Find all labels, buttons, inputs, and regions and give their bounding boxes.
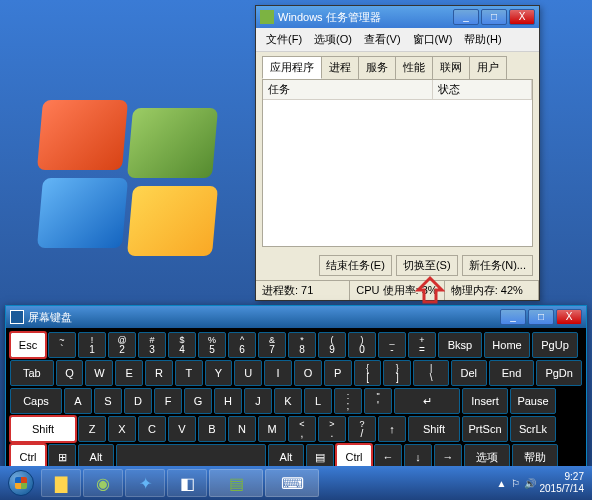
start-button[interactable] xyxy=(2,469,40,497)
tab-processes[interactable]: 进程 xyxy=(321,56,359,79)
key--[interactable]: {[ xyxy=(354,360,382,386)
key-pgdn[interactable]: PgDn xyxy=(536,360,582,386)
menu-file[interactable]: 文件(F) xyxy=(260,30,308,49)
key--[interactable]: :; xyxy=(334,388,362,414)
key-pgup[interactable]: PgUp xyxy=(532,332,578,358)
osk-close-button[interactable]: X xyxy=(556,309,582,325)
key--2[interactable]: @2 xyxy=(108,332,136,358)
tab-performance[interactable]: 性能 xyxy=(395,56,433,79)
key-insert[interactable]: Insert xyxy=(462,388,508,414)
key--[interactable]: |\ xyxy=(413,360,449,386)
key--[interactable]: >. xyxy=(318,416,346,442)
key--[interactable]: ↵ xyxy=(394,388,460,414)
key-tab[interactable]: Tab xyxy=(10,360,54,386)
new-task-button[interactable]: 新任务(N)... xyxy=(462,255,533,276)
key--8[interactable]: *8 xyxy=(288,332,316,358)
key-l[interactable]: L xyxy=(304,388,332,414)
osk-titlebar[interactable]: 屏幕键盘 _ □ X xyxy=(6,306,586,328)
key--6[interactable]: ^6 xyxy=(228,332,256,358)
menu-window[interactable]: 窗口(W) xyxy=(407,30,459,49)
key-w[interactable]: W xyxy=(85,360,113,386)
taskbar-app-1[interactable]: ◉ xyxy=(83,469,123,497)
key-u[interactable]: U xyxy=(234,360,262,386)
close-button[interactable]: X xyxy=(509,9,535,25)
tray-volume-icon[interactable]: 🔊 xyxy=(524,478,536,489)
key-shift[interactable]: Shift xyxy=(408,416,460,442)
key--1[interactable]: !1 xyxy=(78,332,106,358)
key-k[interactable]: K xyxy=(274,388,302,414)
task-list[interactable]: 任务 状态 xyxy=(262,79,533,247)
switch-to-button[interactable]: 切换至(S) xyxy=(396,255,458,276)
key-scrlk[interactable]: ScrLk xyxy=(510,416,556,442)
taskbar-explorer[interactable]: ▇ xyxy=(41,469,81,497)
minimize-button[interactable]: _ xyxy=(453,9,479,25)
key-e[interactable]: E xyxy=(115,360,143,386)
key-p[interactable]: P xyxy=(324,360,352,386)
key-c[interactable]: C xyxy=(138,416,166,442)
end-task-button[interactable]: 结束任务(E) xyxy=(319,255,392,276)
key-q[interactable]: Q xyxy=(56,360,84,386)
key-shift[interactable]: Shift xyxy=(10,416,76,442)
key-y[interactable]: Y xyxy=(205,360,233,386)
clock[interactable]: 9:27 2015/7/14 xyxy=(540,471,585,495)
key--9[interactable]: (9 xyxy=(318,332,346,358)
taskmgr-titlebar[interactable]: Windows 任务管理器 _ □ X xyxy=(256,6,539,28)
key-prtscn[interactable]: PrtScn xyxy=(462,416,508,442)
key-n[interactable]: N xyxy=(228,416,256,442)
tab-networking[interactable]: 联网 xyxy=(432,56,470,79)
taskbar-app-3[interactable]: ◧ xyxy=(167,469,207,497)
key-f[interactable]: F xyxy=(154,388,182,414)
tray-expand-icon[interactable]: ▲ xyxy=(497,478,507,489)
key-a[interactable]: A xyxy=(64,388,92,414)
menu-help[interactable]: 帮助(H) xyxy=(458,30,507,49)
osk-maximize-button[interactable]: □ xyxy=(528,309,554,325)
key-h[interactable]: H xyxy=(214,388,242,414)
key-pause[interactable]: Pause xyxy=(510,388,556,414)
key-b[interactable]: B xyxy=(198,416,226,442)
key-s[interactable]: S xyxy=(94,388,122,414)
key-esc[interactable]: Esc xyxy=(10,332,46,358)
taskbar-taskmgr[interactable]: ▤ xyxy=(209,469,263,497)
key--[interactable]: ?/ xyxy=(348,416,376,442)
key--[interactable]: ↑ xyxy=(378,416,406,442)
key-o[interactable]: O xyxy=(294,360,322,386)
key--5[interactable]: %5 xyxy=(198,332,226,358)
key-caps[interactable]: Caps xyxy=(10,388,62,414)
key-end[interactable]: End xyxy=(489,360,535,386)
key--4[interactable]: $4 xyxy=(168,332,196,358)
menu-options[interactable]: 选项(O) xyxy=(308,30,358,49)
key-v[interactable]: V xyxy=(168,416,196,442)
key--[interactable]: <, xyxy=(288,416,316,442)
taskbar-app-2[interactable]: ✦ xyxy=(125,469,165,497)
key-r[interactable]: R xyxy=(145,360,173,386)
taskbar-osk[interactable]: ⌨ xyxy=(265,469,319,497)
tab-services[interactable]: 服务 xyxy=(358,56,396,79)
tab-users[interactable]: 用户 xyxy=(469,56,507,79)
osk-minimize-button[interactable]: _ xyxy=(500,309,526,325)
tab-applications[interactable]: 应用程序 xyxy=(262,56,322,79)
key-m[interactable]: M xyxy=(258,416,286,442)
col-status[interactable]: 状态 xyxy=(433,80,532,99)
key-d[interactable]: D xyxy=(124,388,152,414)
key-bksp[interactable]: Bksp xyxy=(438,332,482,358)
maximize-button[interactable]: □ xyxy=(481,9,507,25)
menu-view[interactable]: 查看(V) xyxy=(358,30,407,49)
key--[interactable]: "' xyxy=(364,388,392,414)
key--[interactable]: }] xyxy=(383,360,411,386)
key-g[interactable]: G xyxy=(184,388,212,414)
key--[interactable]: += xyxy=(408,332,436,358)
key-z[interactable]: Z xyxy=(78,416,106,442)
key-x[interactable]: X xyxy=(108,416,136,442)
key--3[interactable]: #3 xyxy=(138,332,166,358)
key--0[interactable]: )0 xyxy=(348,332,376,358)
key--7[interactable]: &7 xyxy=(258,332,286,358)
key-home[interactable]: Home xyxy=(484,332,530,358)
key-j[interactable]: J xyxy=(244,388,272,414)
key-t[interactable]: T xyxy=(175,360,203,386)
tray-flag-icon[interactable]: ⚐ xyxy=(511,478,520,489)
key-del[interactable]: Del xyxy=(451,360,487,386)
key-i[interactable]: I xyxy=(264,360,292,386)
col-task[interactable]: 任务 xyxy=(263,80,433,99)
key--[interactable]: ~` xyxy=(48,332,76,358)
key--[interactable]: _- xyxy=(378,332,406,358)
